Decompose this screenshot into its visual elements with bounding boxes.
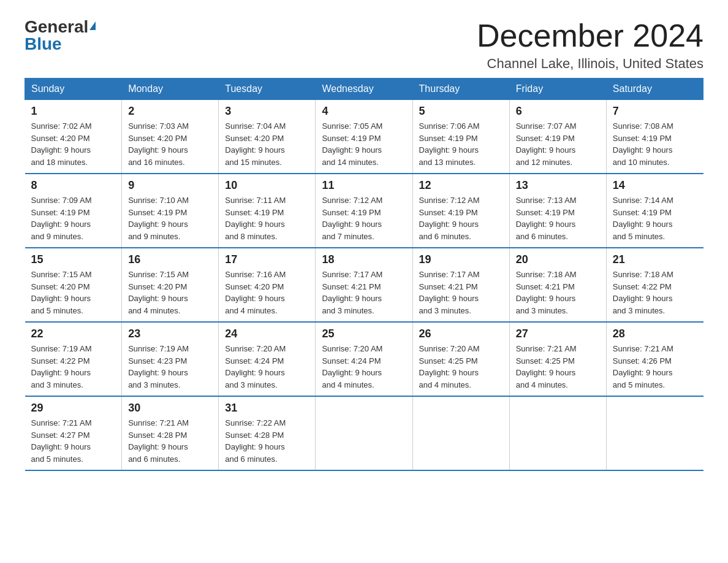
table-row: 9 Sunrise: 7:10 AMSunset: 4:19 PMDayligh… <box>122 174 219 248</box>
day-number: 30 <box>128 402 212 415</box>
day-number: 15 <box>31 253 116 266</box>
day-info: Sunrise: 7:13 AMSunset: 4:19 PMDaylight:… <box>516 196 577 241</box>
day-number: 19 <box>419 253 503 266</box>
table-row: 18 Sunrise: 7:17 AMSunset: 4:21 PMDaylig… <box>316 248 412 322</box>
table-row: 26 Sunrise: 7:20 AMSunset: 4:25 PMDaylig… <box>412 322 509 396</box>
col-friday: Friday <box>509 79 606 100</box>
day-info: Sunrise: 7:15 AMSunset: 4:20 PMDaylight:… <box>31 270 92 315</box>
day-info: Sunrise: 7:20 AMSunset: 4:24 PMDaylight:… <box>322 344 382 389</box>
day-number: 31 <box>225 402 309 415</box>
table-row: 4 Sunrise: 7:05 AMSunset: 4:19 PMDayligh… <box>316 100 412 174</box>
logo-general: General <box>25 18 88 36</box>
day-number: 3 <box>225 105 309 118</box>
day-number: 21 <box>613 253 697 266</box>
day-number: 25 <box>322 327 406 340</box>
table-row: 29 Sunrise: 7:21 AMSunset: 4:27 PMDaylig… <box>25 396 122 470</box>
day-info: Sunrise: 7:15 AMSunset: 4:20 PMDaylight:… <box>128 270 189 315</box>
table-row: 22 Sunrise: 7:19 AMSunset: 4:22 PMDaylig… <box>25 322 122 396</box>
day-info: Sunrise: 7:16 AMSunset: 4:20 PMDaylight:… <box>225 270 286 315</box>
table-row: 5 Sunrise: 7:06 AMSunset: 4:19 PMDayligh… <box>412 100 509 174</box>
calendar-week-row: 15 Sunrise: 7:15 AMSunset: 4:20 PMDaylig… <box>25 248 703 322</box>
day-number: 27 <box>516 327 600 340</box>
logo-triangle-icon <box>89 21 96 30</box>
day-info: Sunrise: 7:21 AMSunset: 4:27 PMDaylight:… <box>31 418 92 464</box>
table-row: 14 Sunrise: 7:14 AMSunset: 4:19 PMDaylig… <box>606 174 703 248</box>
day-info: Sunrise: 7:19 AMSunset: 4:23 PMDaylight:… <box>128 344 189 389</box>
table-row: 8 Sunrise: 7:09 AMSunset: 4:19 PMDayligh… <box>25 174 122 248</box>
day-info: Sunrise: 7:18 AMSunset: 4:21 PMDaylight:… <box>516 270 577 315</box>
col-saturday: Saturday <box>606 79 703 100</box>
day-number: 17 <box>225 253 309 266</box>
table-row: 23 Sunrise: 7:19 AMSunset: 4:23 PMDaylig… <box>122 322 219 396</box>
day-number: 12 <box>419 179 503 192</box>
day-info: Sunrise: 7:06 AMSunset: 4:19 PMDaylight:… <box>419 121 480 167</box>
table-row: 27 Sunrise: 7:21 AMSunset: 4:25 PMDaylig… <box>509 322 606 396</box>
day-info: Sunrise: 7:05 AMSunset: 4:19 PMDaylight:… <box>322 121 382 167</box>
month-title: December 2024 <box>477 18 703 53</box>
col-wednesday: Wednesday <box>316 79 412 100</box>
day-info: Sunrise: 7:10 AMSunset: 4:19 PMDaylight:… <box>128 196 189 241</box>
day-info: Sunrise: 7:17 AMSunset: 4:21 PMDaylight:… <box>419 270 480 315</box>
table-row <box>509 396 606 470</box>
table-row: 7 Sunrise: 7:08 AMSunset: 4:19 PMDayligh… <box>606 100 703 174</box>
col-tuesday: Tuesday <box>219 79 316 100</box>
table-row: 25 Sunrise: 7:20 AMSunset: 4:24 PMDaylig… <box>316 322 412 396</box>
day-info: Sunrise: 7:11 AMSunset: 4:19 PMDaylight:… <box>225 196 286 241</box>
day-info: Sunrise: 7:17 AMSunset: 4:21 PMDaylight:… <box>322 270 382 315</box>
day-info: Sunrise: 7:08 AMSunset: 4:19 PMDaylight:… <box>613 121 673 167</box>
table-row: 17 Sunrise: 7:16 AMSunset: 4:20 PMDaylig… <box>219 248 316 322</box>
day-info: Sunrise: 7:14 AMSunset: 4:19 PMDaylight:… <box>613 196 673 241</box>
day-info: Sunrise: 7:09 AMSunset: 4:19 PMDaylight:… <box>31 196 92 241</box>
logo: General Blue <box>25 18 96 53</box>
day-number: 14 <box>613 179 697 192</box>
table-row: 19 Sunrise: 7:17 AMSunset: 4:21 PMDaylig… <box>412 248 509 322</box>
table-row: 6 Sunrise: 7:07 AMSunset: 4:19 PMDayligh… <box>509 100 606 174</box>
day-info: Sunrise: 7:20 AMSunset: 4:24 PMDaylight:… <box>225 344 286 389</box>
day-info: Sunrise: 7:20 AMSunset: 4:25 PMDaylight:… <box>419 344 480 389</box>
calendar-table: Sunday Monday Tuesday Wednesday Thursday… <box>25 78 703 471</box>
day-info: Sunrise: 7:07 AMSunset: 4:19 PMDaylight:… <box>516 121 577 167</box>
logo-blue: Blue <box>25 36 62 53</box>
day-number: 2 <box>128 105 212 118</box>
table-row: 20 Sunrise: 7:18 AMSunset: 4:21 PMDaylig… <box>509 248 606 322</box>
day-number: 16 <box>128 253 212 266</box>
table-row: 24 Sunrise: 7:20 AMSunset: 4:24 PMDaylig… <box>219 322 316 396</box>
day-info: Sunrise: 7:04 AMSunset: 4:20 PMDaylight:… <box>225 121 286 167</box>
table-row: 21 Sunrise: 7:18 AMSunset: 4:22 PMDaylig… <box>606 248 703 322</box>
table-row <box>316 396 412 470</box>
col-monday: Monday <box>122 79 219 100</box>
table-row: 31 Sunrise: 7:22 AMSunset: 4:28 PMDaylig… <box>219 396 316 470</box>
day-info: Sunrise: 7:22 AMSunset: 4:28 PMDaylight:… <box>225 418 286 464</box>
day-number: 29 <box>31 402 116 415</box>
day-number: 4 <box>322 105 406 118</box>
day-number: 26 <box>419 327 503 340</box>
day-info: Sunrise: 7:19 AMSunset: 4:22 PMDaylight:… <box>31 344 92 389</box>
calendar-week-row: 8 Sunrise: 7:09 AMSunset: 4:19 PMDayligh… <box>25 174 703 248</box>
day-number: 11 <box>322 179 406 192</box>
day-number: 7 <box>613 105 697 118</box>
day-number: 8 <box>31 179 116 192</box>
table-row: 30 Sunrise: 7:21 AMSunset: 4:28 PMDaylig… <box>122 396 219 470</box>
day-number: 5 <box>419 105 503 118</box>
table-row: 12 Sunrise: 7:12 AMSunset: 4:19 PMDaylig… <box>412 174 509 248</box>
day-info: Sunrise: 7:12 AMSunset: 4:19 PMDaylight:… <box>322 196 382 241</box>
day-number: 6 <box>516 105 600 118</box>
col-sunday: Sunday <box>25 79 122 100</box>
calendar-week-row: 1 Sunrise: 7:02 AMSunset: 4:20 PMDayligh… <box>25 100 703 174</box>
day-number: 13 <box>516 179 600 192</box>
table-row: 15 Sunrise: 7:15 AMSunset: 4:20 PMDaylig… <box>25 248 122 322</box>
day-number: 1 <box>31 105 116 118</box>
day-number: 23 <box>128 327 212 340</box>
day-info: Sunrise: 7:12 AMSunset: 4:19 PMDaylight:… <box>419 196 480 241</box>
calendar-week-row: 22 Sunrise: 7:19 AMSunset: 4:22 PMDaylig… <box>25 322 703 396</box>
table-row: 3 Sunrise: 7:04 AMSunset: 4:20 PMDayligh… <box>219 100 316 174</box>
table-row: 10 Sunrise: 7:11 AMSunset: 4:19 PMDaylig… <box>219 174 316 248</box>
day-number: 22 <box>31 327 116 340</box>
day-info: Sunrise: 7:18 AMSunset: 4:22 PMDaylight:… <box>613 270 673 315</box>
day-info: Sunrise: 7:21 AMSunset: 4:26 PMDaylight:… <box>613 344 673 389</box>
table-row: 11 Sunrise: 7:12 AMSunset: 4:19 PMDaylig… <box>316 174 412 248</box>
table-row: 1 Sunrise: 7:02 AMSunset: 4:20 PMDayligh… <box>25 100 122 174</box>
day-number: 28 <box>613 327 697 340</box>
day-info: Sunrise: 7:03 AMSunset: 4:20 PMDaylight:… <box>128 121 189 167</box>
title-block: December 2024 Channel Lake, Illinois, Un… <box>477 18 703 72</box>
